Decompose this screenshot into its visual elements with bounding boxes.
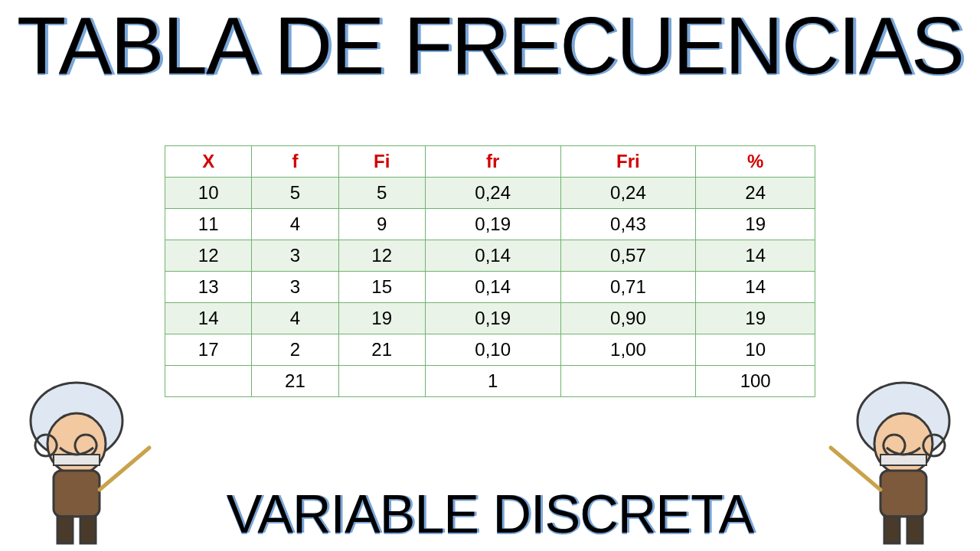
- cell-fi: 21: [338, 334, 425, 366]
- cell-f: 3: [252, 272, 338, 303]
- cell-fr: 0,24: [425, 178, 560, 209]
- cell-fi: 19: [338, 303, 425, 334]
- cell-pct: 19: [696, 209, 815, 240]
- page-title: TABLA DE FRECUENCIAS: [0, 0, 980, 92]
- cell-fri: 0,24: [560, 178, 696, 209]
- table-row: 10550,240,2424: [165, 178, 815, 209]
- cell-pct: 14: [696, 272, 815, 303]
- col-fi: Fi: [338, 146, 425, 178]
- svg-rect-9: [880, 471, 926, 517]
- cell-pct: 14: [696, 240, 815, 272]
- frequency-table-container: X f Fi fr Fri % 10550,240,242411490,190,…: [165, 145, 815, 397]
- cell-x: 17: [165, 334, 252, 366]
- table-row: 11490,190,4319: [165, 209, 815, 240]
- col-x: X: [165, 146, 252, 178]
- cell-fr: 0,19: [425, 303, 560, 334]
- col-fr: fr: [425, 146, 560, 178]
- cell-x: 11: [165, 209, 252, 240]
- total-fi: [338, 366, 425, 397]
- cell-pct: 10: [696, 334, 815, 366]
- cell-x: 14: [165, 303, 252, 334]
- col-fri: Fri: [560, 146, 696, 178]
- cell-fi: 5: [338, 178, 425, 209]
- cell-f: 4: [252, 209, 338, 240]
- cell-fri: 1,00: [560, 334, 696, 366]
- table-header-row: X f Fi fr Fri %: [165, 146, 815, 178]
- total-fr: 1: [425, 366, 560, 397]
- cell-x: 13: [165, 272, 252, 303]
- cell-fr: 0,19: [425, 209, 560, 240]
- cell-fi: 9: [338, 209, 425, 240]
- table-row: 144190,190,9019: [165, 303, 815, 334]
- cell-fr: 0,14: [425, 240, 560, 272]
- table-row: 123120,140,5714: [165, 240, 815, 272]
- table-row: 133150,140,7114: [165, 272, 815, 303]
- total-pct: 100: [696, 366, 815, 397]
- professor-icon: [827, 375, 980, 551]
- cell-fr: 0,10: [425, 334, 560, 366]
- cell-fri: 0,43: [560, 209, 696, 240]
- cell-pct: 24: [696, 178, 815, 209]
- svg-line-3: [100, 448, 149, 490]
- cell-fri: 0,57: [560, 240, 696, 272]
- cell-fr: 0,14: [425, 272, 560, 303]
- svg-rect-11: [880, 455, 926, 465]
- cell-fi: 12: [338, 240, 425, 272]
- svg-rect-5: [57, 517, 73, 543]
- svg-rect-2: [54, 471, 100, 517]
- table-totals-row: 211100: [165, 366, 815, 397]
- cell-x: 10: [165, 178, 252, 209]
- svg-rect-13: [884, 517, 900, 543]
- svg-rect-12: [907, 517, 923, 543]
- cell-fri: 0,90: [560, 303, 696, 334]
- cell-fri: 0,71: [560, 272, 696, 303]
- cell-x: 12: [165, 240, 252, 272]
- col-f: f: [252, 146, 338, 178]
- cell-f: 4: [252, 303, 338, 334]
- total-x: [165, 366, 252, 397]
- professor-icon: [0, 375, 153, 551]
- svg-line-10: [831, 448, 880, 490]
- cell-f: 2: [252, 334, 338, 366]
- cell-fi: 15: [338, 272, 425, 303]
- total-f: 21: [252, 366, 338, 397]
- svg-rect-6: [80, 517, 96, 543]
- cell-f: 5: [252, 178, 338, 209]
- cell-pct: 19: [696, 303, 815, 334]
- col-pct: %: [696, 146, 815, 178]
- table-row: 172210,101,0010: [165, 334, 815, 366]
- svg-rect-4: [54, 455, 100, 465]
- total-fri: [560, 366, 696, 397]
- cell-f: 3: [252, 240, 338, 272]
- frequency-table: X f Fi fr Fri % 10550,240,242411490,190,…: [165, 145, 815, 397]
